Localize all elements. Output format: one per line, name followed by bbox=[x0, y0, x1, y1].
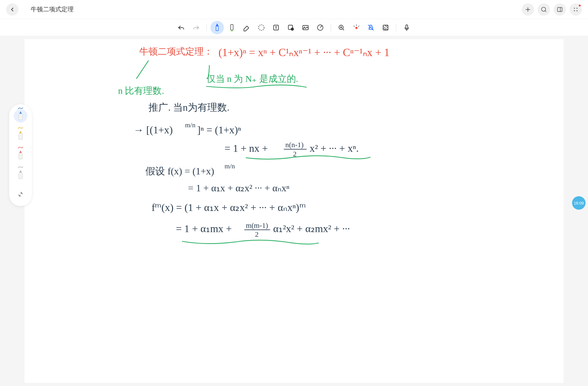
squiggle-icon bbox=[17, 126, 24, 129]
svg-text:T: T bbox=[275, 26, 277, 30]
image-icon bbox=[302, 24, 309, 31]
eraser-tool-button[interactable] bbox=[240, 21, 253, 34]
svg-line-27 bbox=[358, 26, 359, 27]
pen-tool-button[interactable] bbox=[210, 21, 224, 34]
laser-tool-button[interactable] bbox=[349, 21, 363, 34]
drawing-canvas[interactable]: 牛顿二项式定理： (1+x)ⁿ = xⁿ + C¹ₙxⁿ⁻¹ + ··· + C… bbox=[25, 39, 563, 383]
handwriting-text: fᵐ(x) = (1 + α₁x + α₂x² + ··· + αₙxⁿ)ᵐ bbox=[152, 202, 306, 213]
zoom-tool-button[interactable] bbox=[335, 21, 348, 34]
laser-icon bbox=[352, 24, 360, 31]
handwriting-text: = 1 + α₁x + α₂x² ··· + αₙxⁿ bbox=[188, 183, 289, 193]
svg-point-8 bbox=[574, 10, 575, 11]
time-badge[interactable]: 16:09 bbox=[572, 196, 586, 210]
mic-tool-button[interactable] bbox=[400, 21, 413, 34]
handwriting-text: (1+x)ⁿ = xⁿ + C¹ₙxⁿ⁻¹ + ··· + Cⁿ⁻¹ₙx + 1 bbox=[218, 46, 390, 59]
svg-rect-24 bbox=[355, 26, 358, 29]
handwriting-text: → [(1+x) bbox=[133, 124, 173, 136]
pen-palette bbox=[9, 104, 32, 206]
search-icon bbox=[541, 6, 547, 13]
lasso-icon bbox=[258, 24, 265, 31]
touch-off-icon bbox=[367, 24, 375, 31]
handwriting-text: = 1 + nx + bbox=[225, 143, 268, 154]
lasso-tool-button[interactable] bbox=[255, 21, 268, 34]
redo-button[interactable] bbox=[189, 21, 203, 34]
eraser-icon bbox=[243, 24, 251, 32]
split-view-icon bbox=[557, 6, 563, 13]
handwriting-text: 牛顿二项式定理： bbox=[139, 47, 213, 56]
handwriting-text: 2 bbox=[255, 230, 259, 238]
handwriting-text: m/n bbox=[225, 162, 235, 170]
shape-tool-button[interactable] bbox=[284, 21, 298, 34]
canvas-area: 牛顿二项式定理： (1+x)ⁿ = xⁿ + C¹ₙxⁿ⁻¹ + ··· + C… bbox=[0, 36, 588, 386]
handwriting-text: 假设 f(x) = (1+x) bbox=[145, 166, 214, 177]
handwriting-layer: 牛顿二项式定理： (1+x)ⁿ = xⁿ + C¹ₙxⁿ⁻¹ + ··· + C… bbox=[25, 39, 563, 383]
handwriting-text: = 1 + α₁mx + bbox=[176, 223, 232, 234]
pen-tip-icon bbox=[16, 150, 25, 160]
dots-grid-icon bbox=[573, 6, 579, 13]
handwriting-text: n 比有理数. bbox=[118, 86, 164, 96]
pen-icon bbox=[213, 23, 221, 32]
svg-point-7 bbox=[577, 8, 578, 9]
handwriting-text: α₁²x² + α₂mx² + ··· bbox=[273, 223, 350, 234]
separator bbox=[396, 24, 396, 31]
underline-stroke bbox=[206, 85, 307, 88]
pen-tip-icon bbox=[16, 130, 25, 141]
svg-line-26 bbox=[354, 26, 355, 27]
svg-point-12 bbox=[259, 25, 264, 30]
undo-icon bbox=[178, 24, 185, 31]
svg-rect-11 bbox=[231, 30, 233, 31]
text-icon: T bbox=[272, 24, 280, 31]
back-button[interactable] bbox=[6, 3, 18, 16]
squiggle-icon bbox=[17, 146, 24, 149]
handwriting-text: 推广. 当n为有理数. bbox=[148, 102, 229, 113]
plus-icon bbox=[525, 6, 531, 13]
pattern-tool-button[interactable] bbox=[379, 21, 392, 34]
squiggle-icon bbox=[17, 107, 24, 110]
search-button[interactable] bbox=[538, 3, 550, 16]
separator bbox=[331, 24, 331, 31]
collapse-icon bbox=[17, 191, 24, 197]
svg-rect-34 bbox=[406, 25, 408, 29]
handwriting-text: 2 bbox=[293, 150, 297, 158]
handwriting-text: n(n-1) bbox=[285, 141, 303, 149]
header: 牛顿二项式定理 bbox=[0, 0, 588, 19]
pen-preset-grey[interactable] bbox=[14, 168, 27, 182]
handwriting-text: m/n bbox=[185, 121, 195, 129]
touch-toggle-button[interactable] bbox=[364, 21, 378, 34]
svg-line-3 bbox=[545, 10, 546, 12]
handwriting-text: m(m-1) bbox=[246, 221, 268, 229]
pen-tip-icon bbox=[16, 170, 25, 180]
redo-icon bbox=[192, 24, 200, 31]
pen-preset-blue[interactable] bbox=[14, 109, 27, 123]
pen-preset-yellow[interactable] bbox=[14, 129, 27, 142]
page-title: 牛顿二项式定理 bbox=[31, 5, 522, 13]
highlighter-icon bbox=[228, 23, 236, 32]
svg-point-6 bbox=[574, 8, 575, 9]
separator bbox=[206, 24, 207, 31]
handwriting-text: x² + ··· + xⁿ. bbox=[310, 143, 359, 154]
layout-button[interactable] bbox=[554, 3, 566, 16]
sticker-tool-button[interactable] bbox=[313, 21, 327, 34]
image-tool-button[interactable] bbox=[299, 21, 312, 34]
svg-line-21 bbox=[343, 29, 344, 30]
magnifier-plus-icon bbox=[338, 24, 345, 31]
highlighter-tool-button[interactable] bbox=[225, 21, 239, 34]
shape-icon bbox=[287, 24, 294, 31]
handwriting-text: ]ⁿ = (1+x)ⁿ bbox=[197, 124, 241, 136]
arrow-stroke bbox=[136, 60, 149, 78]
collapse-palette-button[interactable] bbox=[14, 188, 27, 201]
add-button[interactable] bbox=[522, 3, 534, 16]
squiggle-icon bbox=[17, 166, 24, 169]
undo-button[interactable] bbox=[175, 21, 188, 34]
text-tool-button[interactable]: T bbox=[269, 21, 283, 34]
header-actions bbox=[522, 3, 582, 16]
svg-rect-10 bbox=[231, 25, 233, 30]
pattern-icon bbox=[382, 24, 389, 31]
more-button[interactable] bbox=[570, 3, 582, 16]
pen-tip-icon bbox=[16, 111, 25, 121]
svg-point-16 bbox=[291, 28, 294, 31]
handwriting-text: 仅当 n 为 N₊ 是成立的. bbox=[206, 74, 298, 84]
pen-preset-red[interactable] bbox=[14, 148, 27, 162]
svg-point-9 bbox=[577, 10, 578, 11]
microphone-icon bbox=[403, 24, 410, 31]
